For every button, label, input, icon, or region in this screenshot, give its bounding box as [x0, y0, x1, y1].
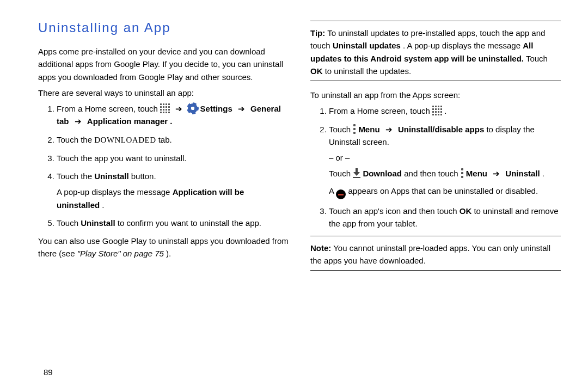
left-column: Uninstalling an App Apps come pre-instal… [38, 17, 289, 264]
text: to confirm you want to uninstall the app… [118, 218, 261, 228]
tip-label: Tip: [310, 28, 325, 38]
app-manager-label: Application manager . [87, 117, 173, 126]
text: From a Home screen, touch [57, 104, 160, 113]
arrow-icon: ➔ [71, 115, 85, 127]
text: . A pop-up displays the message [403, 41, 523, 50]
xref-page: on page 75 [123, 249, 164, 258]
downloaded-tab-label: DOWNLOADED [94, 136, 156, 144]
rstep-3: Touch an app's icon and then touch OK to… [329, 205, 561, 230]
apps-screen-subhead: To uninstall an app from the Apps screen… [310, 89, 561, 101]
step-1: From a Home screen, touch ➔ Settings ➔ G… [57, 102, 289, 128]
tip-block: Tip: To uninstall updates to pre-install… [310, 27, 561, 77]
menu-dots-icon [353, 124, 356, 134]
text: Touch an app's icon and then touch [329, 206, 460, 216]
page-number: 89 [44, 367, 53, 377]
uninstall-label: Uninstall [505, 169, 540, 178]
play-store-xref: "Play Store" on page 75 [77, 249, 166, 258]
uninstall-button-label: Uninstall [94, 171, 128, 181]
text: Touch the [57, 171, 94, 181]
text: Touch [329, 169, 353, 178]
left-steps: From a Home screen, touch ➔ Settings ➔ G… [38, 102, 289, 229]
rstep-2: Touch Menu ➔ Uninstall/disable apps to d… [329, 123, 561, 200]
text: Touch [57, 218, 81, 228]
divider [310, 81, 561, 81]
badge-note: A appears on Apps that can be uninstalle… [329, 185, 561, 200]
settings-label: Settings [200, 104, 235, 113]
text: appears on Apps that can be uninstalled … [348, 186, 538, 195]
arrow-icon: ➔ [489, 167, 503, 180]
note-label: Note: [310, 243, 331, 253]
menu-dots-icon [461, 168, 464, 178]
right-steps: From a Home screen, touch . Touch Menu ➔… [310, 105, 561, 230]
play-store-note: You can also use Google Play to uninstal… [38, 235, 289, 260]
steps-lead: There are several ways to uninstall an a… [38, 87, 289, 99]
download-icon [353, 168, 360, 178]
divider [310, 21, 561, 21]
popup-message: A pop-up displays the message Applicatio… [57, 186, 289, 211]
minus-badge-icon [336, 189, 346, 199]
text: Touch [526, 54, 548, 63]
apps-grid-icon [432, 106, 442, 115]
uninstall-updates-label: Uninstall updates [333, 41, 401, 50]
apps-grid-icon [160, 103, 170, 113]
text: ). [166, 249, 171, 258]
text: button. [131, 171, 156, 181]
right-column: Tip: To uninstall updates to pre-install… [310, 17, 561, 276]
arrow-icon: ➔ [235, 102, 248, 115]
text: . [444, 106, 446, 115]
settings-gear-icon [188, 103, 198, 113]
text: and then touch [404, 169, 460, 178]
text: tab. [158, 135, 172, 144]
text: Touch the [57, 135, 94, 144]
menu-label: Menu [358, 125, 382, 134]
ok-label: OK [460, 206, 472, 216]
section-heading: Uninstalling an App [38, 17, 289, 38]
text: . [102, 200, 104, 210]
note-body: You cannot uninstall pre-loaded apps. Yo… [310, 243, 550, 265]
menu-label: Menu [466, 169, 489, 178]
step-4: Touch the Uninstall button. A pop-up dis… [57, 170, 289, 211]
divider [310, 270, 561, 271]
ok-label: OK [310, 66, 323, 76]
text: A [329, 186, 336, 195]
uninstall-disable-label: Uninstall/disable apps [398, 125, 484, 134]
uninstall-confirm-label: Uninstall [81, 218, 115, 228]
step-3: Touch the app you want to uninstall. [57, 152, 289, 164]
text: A pop-up displays the message [57, 187, 173, 197]
divider [310, 236, 561, 236]
or-separator: – or – [329, 151, 561, 164]
text: From a Home screen, touch [329, 106, 432, 115]
rstep-1: From a Home screen, touch . [329, 105, 561, 117]
text: . [542, 169, 544, 178]
step-5: Touch Uninstall to confirm you want to u… [57, 217, 289, 229]
text: to uninstall the updates. [325, 66, 411, 76]
step-2: Touch the DOWNLOADED tab. [57, 133, 289, 146]
text: Touch [329, 125, 353, 134]
arrow-icon: ➔ [382, 123, 396, 136]
note-block: Note: You cannot uninstall pre-loaded ap… [310, 242, 561, 267]
xref-label: "Play Store" [77, 249, 121, 258]
arrow-icon: ➔ [172, 102, 186, 115]
intro-paragraph: Apps come pre-installed on your device a… [38, 45, 289, 83]
download-label: Download [363, 169, 402, 178]
